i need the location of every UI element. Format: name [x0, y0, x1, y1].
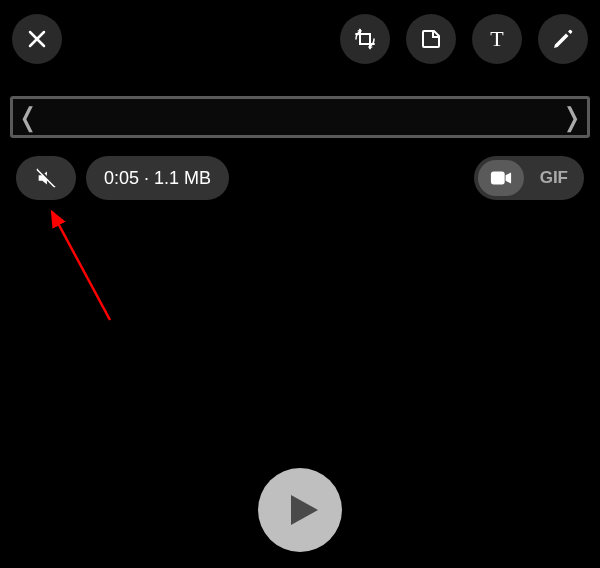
sticker-button[interactable] — [406, 14, 456, 64]
top-toolbar: T — [12, 12, 588, 66]
draw-button[interactable] — [538, 14, 588, 64]
trim-handle-left[interactable]: ❬ — [15, 102, 41, 133]
play-button[interactable] — [258, 468, 342, 552]
crop-rotate-icon — [353, 27, 377, 51]
crop-rotate-button[interactable] — [340, 14, 390, 64]
svg-rect-4 — [491, 172, 505, 185]
svg-line-7 — [52, 212, 110, 320]
play-icon — [285, 492, 321, 528]
top-right-tools: T — [340, 14, 588, 64]
pencil-icon — [551, 27, 575, 51]
info-row: 0:05 · 1.1 MB GIF — [16, 156, 584, 200]
video-gif-toggle[interactable]: GIF — [474, 156, 584, 200]
toggle-gif[interactable]: GIF — [528, 160, 580, 196]
duration-size-text: 0:05 · 1.1 MB — [104, 168, 211, 189]
toggle-video[interactable] — [478, 160, 524, 196]
gif-label: GIF — [540, 168, 568, 188]
trim-handle-right[interactable]: ❭ — [559, 102, 585, 133]
duration-size-pill: 0:05 · 1.1 MB — [86, 156, 229, 200]
sticker-icon — [419, 27, 443, 51]
info-left-group: 0:05 · 1.1 MB — [16, 156, 229, 200]
annotation-arrow — [40, 200, 120, 330]
video-camera-icon — [490, 170, 512, 186]
video-trim-bar[interactable]: ❬ ❭ — [10, 96, 590, 138]
text-button[interactable]: T — [472, 14, 522, 64]
svg-marker-5 — [291, 495, 318, 525]
close-button[interactable] — [12, 14, 62, 64]
speaker-muted-icon — [35, 167, 57, 189]
mute-button[interactable] — [16, 156, 76, 200]
text-icon-label: T — [490, 26, 503, 52]
close-icon — [25, 27, 49, 51]
